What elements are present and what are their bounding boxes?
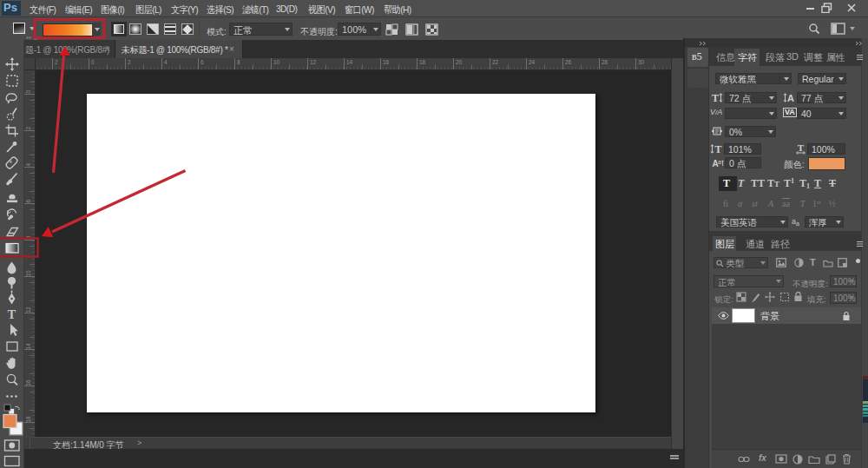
svg-text:T: T (8, 308, 16, 321)
svg-text:T: T (712, 92, 719, 103)
svg-text:A: A (787, 93, 794, 103)
svg-text:T: T (714, 143, 721, 155)
svg-text:a: a (718, 159, 721, 165)
